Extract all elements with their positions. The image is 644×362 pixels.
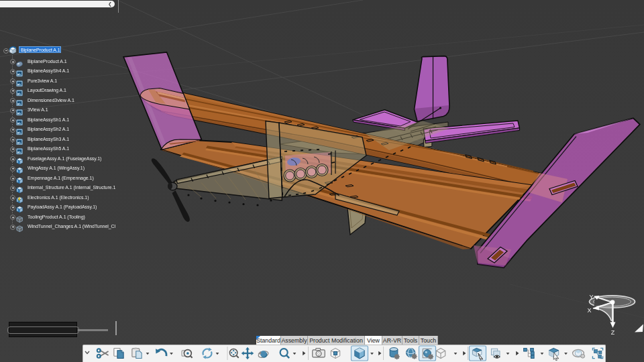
- svg-text:Z: Z: [611, 329, 615, 336]
- svg-text:X: X: [587, 307, 591, 314]
- svg-text:Y: Y: [589, 294, 593, 300]
